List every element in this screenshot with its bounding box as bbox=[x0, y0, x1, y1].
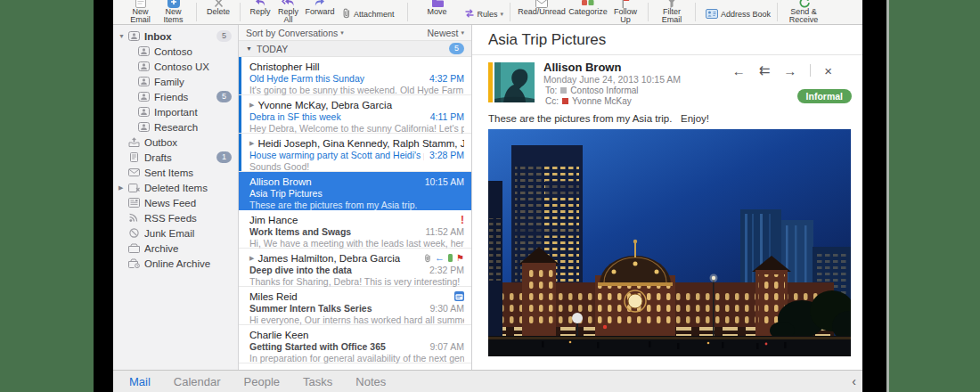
message-row-james-halmilton[interactable]: ▶ James Halmilton, Debra Garcia ← ⚑ Deep… bbox=[239, 249, 471, 287]
message-subject: Work Items and Swags bbox=[249, 226, 420, 237]
sender-name: Allison Brown bbox=[543, 61, 621, 74]
forward-action-icon[interactable]: → bbox=[783, 63, 796, 78]
unread-indicator bbox=[239, 134, 241, 171]
cc-label: Cc: bbox=[545, 96, 559, 106]
sidebar-item-important[interactable]: Important bbox=[113, 104, 238, 119]
sidebar-item-online-archive[interactable]: Online Archive bbox=[113, 256, 238, 271]
new-items-button[interactable]: New Items bbox=[157, 0, 190, 24]
unread-indicator bbox=[239, 95, 241, 133]
tab-calendar[interactable]: Calendar bbox=[174, 375, 221, 388]
meeting-invite-icon bbox=[454, 291, 464, 301]
sidebar-item-outbox[interactable]: Outbox bbox=[113, 135, 238, 150]
attachment-icon bbox=[342, 8, 351, 20]
move-label: Move bbox=[428, 8, 447, 16]
reply-button[interactable]: Reply bbox=[247, 0, 274, 16]
message-sender: Jim Hance bbox=[249, 215, 457, 225]
tab-notes[interactable]: Notes bbox=[355, 375, 386, 388]
forward-label: Forward bbox=[305, 8, 334, 16]
folder-sidebar: ▼ Inbox 5 Contoso Contoso UX Family Frie… bbox=[113, 25, 239, 370]
email-photo-tokyo-station bbox=[488, 129, 851, 356]
message-time: 10:15 AM bbox=[425, 176, 464, 187]
sidebar-item-family[interactable]: Family bbox=[113, 74, 238, 89]
sidebar-item-rss-feeds[interactable]: RSS Feeds bbox=[113, 210, 238, 225]
sidebar-item-research[interactable]: Research bbox=[113, 119, 238, 135]
send-receive-button[interactable]: Send & Receive bbox=[784, 0, 823, 24]
attachment-button[interactable]: Attachment bbox=[342, 8, 395, 20]
expand-icon[interactable]: ▶ bbox=[118, 184, 128, 192]
message-sender: Yvonne McKay, Debra Garcia bbox=[257, 100, 464, 110]
tab-tasks[interactable]: Tasks bbox=[303, 375, 332, 388]
address-book-button[interactable]: Address Book bbox=[706, 8, 771, 20]
to-line: To: Contoso Informal bbox=[545, 86, 639, 95]
group-label: TODAY bbox=[257, 44, 288, 54]
rules-button[interactable]: Rules ▾ bbox=[464, 8, 504, 20]
message-subject: Old Hyde Farm this Sunday bbox=[249, 73, 424, 84]
expand-conversation-icon[interactable]: ▶ bbox=[249, 140, 254, 147]
sidebar-item-contoso-ux[interactable]: Contoso UX bbox=[113, 59, 238, 74]
move-button[interactable]: Move bbox=[421, 0, 453, 16]
sort-caret-icon[interactable]: ▾ bbox=[340, 29, 344, 37]
message-row-jim-hance[interactable]: Jim Hance! Work Items and Swags11:52 AM … bbox=[239, 210, 471, 249]
tab-mail[interactable]: Mail bbox=[129, 375, 151, 388]
message-row-christopher-hill[interactable]: Christopher Hill Old Hyde Farm this Sund… bbox=[239, 57, 471, 95]
collapse-panel-chevron-icon[interactable]: ‹ bbox=[852, 374, 856, 388]
sidebar-item-drafts[interactable]: Drafts 1 bbox=[113, 150, 238, 165]
order-caret-icon[interactable]: ▾ bbox=[461, 29, 464, 37]
filter-email-button[interactable]: Filter Email bbox=[655, 0, 689, 24]
reply-action-icon[interactable]: ← bbox=[732, 63, 746, 78]
collapse-icon[interactable]: ▼ bbox=[118, 33, 128, 39]
sidebar-item-deleted-items[interactable]: ▶ Deleted Items bbox=[113, 180, 238, 195]
order-dropdown[interactable]: Newest bbox=[427, 28, 458, 38]
flag-indicator-icon: ⚑ bbox=[456, 254, 464, 263]
reply-all-button[interactable]: Reply All bbox=[274, 0, 303, 24]
reply-all-action-icon[interactable]: ⇇ bbox=[759, 62, 771, 78]
outbox-icon bbox=[128, 137, 140, 147]
new-email-button[interactable]: New Email bbox=[124, 0, 157, 24]
read-unread-label: Read/Unread bbox=[518, 8, 566, 16]
archive-icon bbox=[128, 243, 140, 253]
follow-up-button[interactable]: Follow Up bbox=[609, 0, 641, 24]
sidebar-item-friends[interactable]: Friends 5 bbox=[113, 89, 238, 104]
friends-count-badge: 5 bbox=[216, 91, 232, 102]
message-subject: Getting Started with Office 365 bbox=[249, 341, 424, 352]
inbox-count-badge: 5 bbox=[216, 30, 232, 42]
message-row-allison-brown-selected[interactable]: Allison Brown10:15 AM Asia Trip Pictures… bbox=[239, 172, 471, 210]
sent-items-icon bbox=[128, 167, 140, 177]
message-row-charlie-keen[interactable]: Charlie Keen Getting Started with Office… bbox=[239, 325, 471, 363]
today-group-header[interactable]: ▼ TODAY 5 bbox=[239, 41, 471, 57]
sidebar-item-junk-email[interactable]: Junk Email bbox=[113, 225, 238, 241]
new-items-label: New Items bbox=[157, 8, 190, 24]
categorize-button[interactable]: Categorize bbox=[567, 0, 609, 16]
folder-icon bbox=[138, 122, 150, 132]
collapse-group-icon[interactable]: ▼ bbox=[246, 45, 252, 52]
message-row-yvonne-mckay[interactable]: ▶Yvonne McKay, Debra Garcia Debra in SF … bbox=[239, 95, 471, 134]
rules-label: Rules bbox=[478, 10, 498, 19]
sidebar-item-archive[interactable]: Archive bbox=[113, 241, 238, 256]
sort-by-conversations-dropdown[interactable]: Sort by Conversations bbox=[246, 28, 338, 38]
message-sender: Allison Brown bbox=[249, 176, 420, 187]
sidebar-item-contoso[interactable]: Contoso bbox=[113, 44, 238, 59]
message-subject: Deep dive into the data bbox=[249, 265, 424, 275]
forward-button[interactable]: Forward bbox=[303, 0, 337, 16]
tab-people[interactable]: People bbox=[244, 375, 280, 388]
message-row-miles-reid[interactable]: Miles Reid Summer Intern Talks Series9:3… bbox=[239, 287, 471, 325]
expand-conversation-icon[interactable]: ▶ bbox=[249, 102, 254, 109]
delete-button[interactable]: Delete bbox=[203, 0, 233, 16]
message-row-heidi-joseph[interactable]: ▶Heidi Joseph, Gina Kennedy, Ralph Stamm… bbox=[239, 134, 471, 172]
delete-action-icon[interactable]: × bbox=[824, 63, 832, 78]
toolbar-separator bbox=[695, 3, 696, 21]
sidebar-item-inbox[interactable]: ▼ Inbox 5 bbox=[113, 29, 238, 44]
sidebar-item-label: News Feed bbox=[144, 198, 238, 208]
to-recipient: Contoso Informal bbox=[570, 86, 638, 95]
message-time: 9:30 AM bbox=[429, 303, 464, 314]
message-time: 11:52 AM bbox=[425, 226, 464, 237]
attachment-label: Attachment bbox=[354, 10, 395, 19]
reply-label: Reply bbox=[249, 8, 270, 16]
read-unread-button[interactable]: Read/Unread bbox=[517, 0, 567, 16]
toolbar-separator bbox=[196, 3, 197, 21]
message-time: 4:32 PM bbox=[429, 73, 464, 84]
sidebar-item-sent-items[interactable]: Sent Items bbox=[113, 165, 238, 180]
sidebar-item-news-feed[interactable]: News Feed bbox=[113, 195, 238, 210]
expand-conversation-icon[interactable]: ▶ bbox=[249, 255, 254, 262]
cc-line: Cc: Yvonne McKay bbox=[545, 96, 632, 106]
